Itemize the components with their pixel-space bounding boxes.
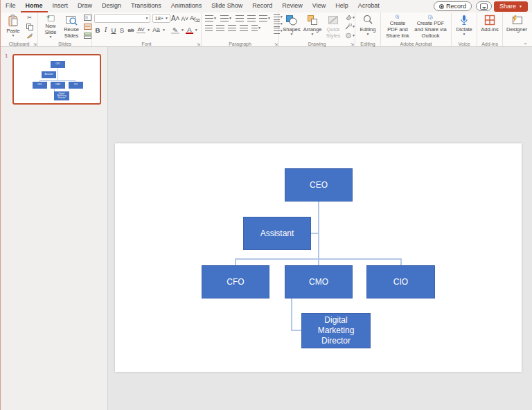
drawing-dialog-launcher[interactable]: ⇲: [351, 42, 354, 46]
new-slide-label: New Slide: [42, 23, 60, 35]
designer-button[interactable]: Designer: [505, 14, 529, 39]
create-pdf-share-link-button[interactable]: Create PDF and Share link: [383, 14, 412, 39]
reuse-slides-button[interactable]: Reuse Slides: [61, 14, 82, 39]
format-painter-button[interactable]: [24, 31, 35, 39]
tab-record[interactable]: Record: [247, 0, 277, 12]
text-highlight-button[interactable]: ✎: [171, 26, 179, 34]
text-shadow-button[interactable]: S: [118, 26, 125, 34]
copy-button[interactable]: [24, 23, 35, 31]
share-button[interactable]: Share ▼: [494, 1, 528, 12]
format-painter-icon: [26, 32, 33, 39]
tab-draw[interactable]: Draw: [73, 0, 97, 12]
font-size-combobox[interactable]: 18+▼: [152, 14, 170, 23]
tab-home[interactable]: Home: [21, 0, 48, 12]
share-button-label: Share: [499, 3, 516, 10]
arrange-button[interactable]: Arrange ▼: [302, 14, 323, 39]
record-button[interactable]: Record: [434, 1, 472, 11]
create-pdf-outlook-button[interactable]: Create PDF and Share via Outlook: [412, 14, 449, 39]
numbering-button[interactable]: ▼: [220, 15, 232, 21]
shape-outline-button[interactable]: ▼: [344, 23, 356, 31]
chevron-down-icon: ▼: [311, 33, 314, 36]
paste-button[interactable]: Paste ▼: [3, 14, 24, 39]
group-voice: Dictate ▼ Voice: [452, 12, 477, 46]
dictate-button[interactable]: Dictate ▼: [454, 14, 475, 39]
decrease-indent-button[interactable]: [236, 15, 244, 21]
connector-cio-drop[interactable]: [400, 258, 402, 265]
addins-button[interactable]: Add-ins: [479, 14, 500, 39]
shapes-button[interactable]: Shapes ▼: [281, 14, 302, 39]
slide-canvas[interactable]: CEO Assistant CFO CMO CIO Digital Market…: [108, 47, 532, 410]
change-case-button[interactable]: Aa: [152, 26, 161, 33]
bullets-button[interactable]: ▼: [205, 15, 217, 21]
connector-cfo-drop[interactable]: [235, 258, 236, 265]
align-left-button[interactable]: [205, 25, 213, 31]
shape-fill-button[interactable]: ▼: [344, 14, 356, 22]
tab-animations[interactable]: Animations: [166, 0, 207, 12]
chevron-down-icon: ▼: [366, 33, 370, 36]
underline-button[interactable]: U: [110, 26, 117, 34]
slide-thumbnail[interactable]: CEO Assistant CFO CMO CIO Digital Market…: [12, 54, 101, 105]
group-font: ▼ 18+▼ A˄ A˅ A̷⌫ B I U S ab AV ▼ Aa ▼: [92, 12, 202, 46]
chevron-down-icon: ▼: [147, 28, 150, 32]
align-right-button[interactable]: [228, 25, 236, 31]
cut-button[interactable]: ✂: [24, 14, 35, 22]
org-node-cio[interactable]: CIO: [366, 265, 435, 298]
quick-styles-button[interactable]: Quick Styles: [323, 14, 344, 39]
connector-dmd-horizontal[interactable]: [291, 330, 301, 331]
shrink-font-button[interactable]: A˅: [180, 15, 189, 22]
org-node-cfo[interactable]: CFO: [202, 265, 269, 298]
font-name-combobox[interactable]: ▼: [94, 14, 150, 23]
columns-button[interactable]: ▼: [251, 25, 261, 31]
editing-button[interactable]: Editing ▼: [357, 14, 378, 39]
tab-transitions[interactable]: Transitions: [126, 0, 166, 12]
org-node-cmo[interactable]: CMO: [285, 265, 353, 298]
comments-button[interactable]: [476, 1, 492, 11]
connector-dmd-vertical[interactable]: [291, 298, 292, 330]
italic-button[interactable]: I: [103, 26, 109, 33]
tab-review[interactable]: Review: [277, 0, 308, 12]
new-slide-button[interactable]: New Slide ▼: [40, 14, 61, 39]
strikethrough-button[interactable]: ab: [127, 27, 135, 33]
connector-cmo-drop[interactable]: [318, 258, 319, 265]
connector-ceo-down[interactable]: [318, 202, 319, 258]
font-dialog-launcher[interactable]: ⇲: [197, 42, 200, 46]
microphone-icon: [460, 15, 468, 26]
org-node-assistant[interactable]: Assistant: [243, 217, 311, 250]
org-node-digital-marketing-director[interactable]: Digital Marketing Director: [301, 313, 371, 348]
justify-button[interactable]: [240, 25, 248, 31]
editing-search-icon: [362, 15, 373, 26]
slide-editing-area[interactable]: CEO Assistant CFO CMO CIO Digital Market…: [115, 143, 522, 372]
chevron-down-icon: ▼: [258, 26, 261, 30]
bold-button[interactable]: B: [94, 26, 101, 34]
line-spacing-button[interactable]: ▼: [259, 15, 271, 21]
tab-design[interactable]: Design: [97, 0, 126, 12]
slide-thumbnail-panel: 1 CEO Assistant CFO CMO CIO Digital Mark…: [1, 47, 108, 410]
connector-assistant[interactable]: [311, 233, 318, 234]
quick-styles-icon: [327, 15, 339, 26]
character-spacing-button[interactable]: AV: [136, 26, 145, 33]
clipboard-dialog-launcher[interactable]: ⇲: [33, 42, 37, 46]
paragraph-dialog-launcher[interactable]: ⇲: [274, 42, 278, 46]
ribbon: Paste ▼ ✂ Clipboard: [1, 12, 532, 47]
collapse-ribbon-chevron[interactable]: ⌄: [523, 39, 528, 46]
shape-effects-button[interactable]: ▼: [344, 31, 356, 39]
tab-acrobat[interactable]: Acrobat: [353, 0, 384, 12]
tab-file[interactable]: File: [1, 0, 21, 12]
grow-font-button[interactable]: A˄: [171, 15, 180, 22]
reuse-slides-icon: [65, 15, 78, 26]
clear-formatting-button[interactable]: A̷⌫: [190, 14, 199, 23]
align-center-button[interactable]: [216, 25, 224, 31]
tab-insert[interactable]: Insert: [48, 0, 73, 12]
tab-help[interactable]: Help: [330, 0, 353, 12]
mini-node-cmo: CMO: [51, 82, 65, 89]
tab-slide-show[interactable]: Slide Show: [206, 0, 247, 12]
group-paragraph: ▼ ▼ ▼ ▼ ▼ ▼ ▼ Paragraph: [202, 12, 279, 46]
font-color-button[interactable]: A: [186, 26, 193, 34]
tab-view[interactable]: View: [308, 0, 330, 12]
org-node-ceo[interactable]: CEO: [285, 168, 353, 202]
chevron-down-icon: ▼: [181, 28, 184, 32]
menu-bar: File Home Insert Draw Design Transitions…: [1, 0, 532, 12]
increase-indent-button[interactable]: [247, 15, 256, 21]
chevron-down-icon: ▼: [290, 33, 294, 36]
shape-effects-icon: [345, 33, 352, 39]
